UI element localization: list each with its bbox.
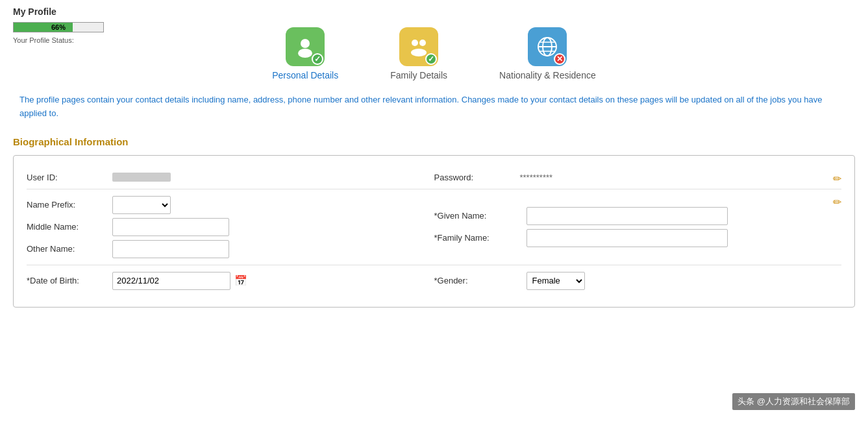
- password-label: Password:: [434, 173, 512, 182]
- tab-personal-label: Personal Details: [272, 70, 338, 80]
- user-id-password-row: User ID: Password: ********** ✏: [27, 166, 841, 189]
- nationality-icon-bg: ✕: [528, 27, 567, 66]
- password-col: Password: **********: [434, 173, 842, 182]
- biographical-title: Biographical Information: [13, 136, 855, 147]
- gender-select[interactable]: Female Male Other: [527, 272, 585, 290]
- page-title: My Profile: [13, 6, 855, 17]
- family-details-icon-bg: ✓: [399, 27, 438, 66]
- family-name-label: *Family Name:: [434, 233, 519, 243]
- svg-point-3: [419, 40, 426, 46]
- top-nav: ✓ Personal Details ✓ Family Details: [13, 27, 855, 80]
- middle-name-item: Middle Name:: [27, 218, 229, 236]
- name-prefix-item: Name Prefix: Mr Ms Mrs Dr: [27, 196, 229, 214]
- family-name-item: *Family Name:: [434, 229, 728, 247]
- user-id-col: User ID:: [27, 173, 434, 182]
- svg-point-1: [298, 49, 312, 58]
- biographical-form-card: User ID: Password: ********** ✏ Name Pre…: [13, 155, 855, 308]
- calendar-button[interactable]: 📅: [233, 274, 249, 287]
- personal-details-icon-bg: ✓: [286, 27, 325, 66]
- other-name-input[interactable]: [112, 240, 229, 258]
- biographical-section: Biographical Information User ID: Passwo…: [13, 136, 855, 308]
- gender-label: *Gender:: [434, 276, 519, 285]
- profile-status-label: Your Profile Status:: [13, 36, 74, 44]
- progress-bar-label: 66%: [14, 23, 103, 32]
- middle-name-input[interactable]: [112, 218, 229, 236]
- given-family-name-group: *Given Name: *Family Name:: [434, 207, 728, 247]
- family-status-badge: ✓: [425, 53, 437, 65]
- tab-family-label: Family Details: [390, 70, 447, 80]
- svg-point-2: [412, 40, 418, 46]
- tab-personal-details[interactable]: ✓ Personal Details: [272, 27, 338, 80]
- name-edit-icon[interactable]: ✏: [833, 196, 841, 208]
- name-prefix-group: Name Prefix: Mr Ms Mrs Dr Middle Name:: [27, 196, 229, 258]
- gender-col: *Gender: Female Male Other: [434, 272, 842, 290]
- personal-status-badge: ✓: [312, 53, 323, 65]
- password-edit-icon[interactable]: ✏: [833, 173, 841, 185]
- password-value: **********: [520, 173, 553, 182]
- tab-nationality-residence[interactable]: ✕ Nationality & Residence: [499, 27, 596, 80]
- progress-bar-container: 66%: [13, 22, 104, 32]
- name-row: Name Prefix: Mr Ms Mrs Dr Middle Name:: [27, 189, 841, 265]
- dob-input-container: 2022/11/02 📅: [112, 272, 249, 290]
- dob-col: *Date of Birth: 2022/11/02 📅: [27, 272, 434, 290]
- given-name-item: *Given Name:: [434, 207, 728, 225]
- other-name-item: Other Name:: [27, 240, 229, 258]
- middle-name-label: Middle Name:: [27, 222, 105, 232]
- dob-label: *Date of Birth:: [27, 276, 105, 285]
- dob-input[interactable]: 2022/11/02: [112, 272, 230, 290]
- svg-point-4: [411, 49, 427, 56]
- given-family-name-col: *Given Name: *Family Name:: [434, 207, 842, 247]
- info-text: The profile pages contain your contact d…: [13, 93, 855, 121]
- other-name-label: Other Name:: [27, 244, 105, 254]
- name-prefix-col: Name Prefix: Mr Ms Mrs Dr Middle Name:: [27, 196, 434, 258]
- given-name-input[interactable]: [527, 207, 728, 225]
- name-prefix-select[interactable]: Mr Ms Mrs Dr: [112, 196, 171, 214]
- tab-nationality-label: Nationality & Residence: [499, 70, 596, 80]
- user-id-label: User ID:: [27, 173, 105, 182]
- family-name-input[interactable]: [527, 229, 728, 247]
- svg-point-0: [301, 39, 310, 48]
- user-id-value: [112, 173, 171, 182]
- tab-family-details[interactable]: ✓ Family Details: [390, 27, 447, 80]
- dob-gender-row: *Date of Birth: 2022/11/02 📅 *Gender: Fe…: [27, 265, 841, 296]
- nationality-status-badge: ✕: [554, 53, 565, 65]
- name-prefix-label: Name Prefix:: [27, 200, 105, 210]
- given-name-label: *Given Name:: [434, 211, 519, 221]
